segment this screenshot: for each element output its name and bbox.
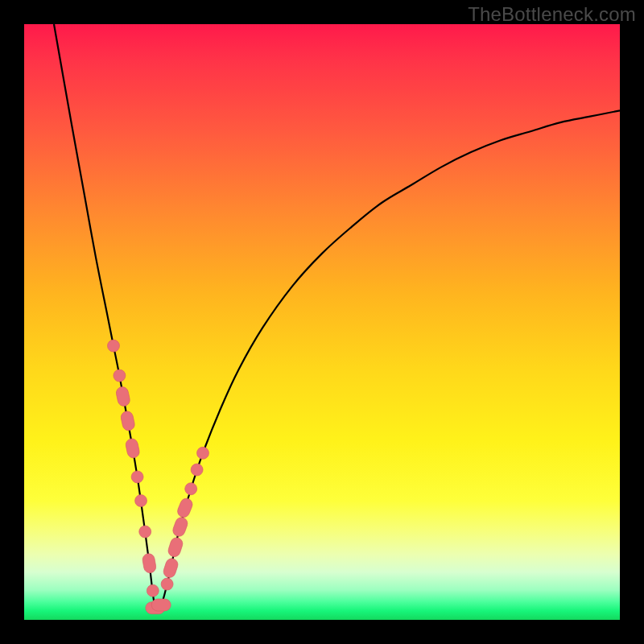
- marker-dot: [191, 464, 203, 476]
- chart-svg: [24, 24, 620, 620]
- marker-dot: [139, 526, 151, 538]
- marker-pill: [167, 536, 184, 558]
- marker-pill: [175, 497, 194, 519]
- marker-pill: [142, 553, 157, 574]
- data-markers: [108, 340, 209, 614]
- watermark-text: TheBottleneck.com: [468, 3, 636, 26]
- marker-pill: [115, 386, 131, 407]
- marker-dot: [185, 483, 197, 495]
- marker-dot: [131, 471, 143, 483]
- plot-area: [24, 24, 620, 620]
- marker-pill: [171, 516, 189, 539]
- marker-dot: [108, 340, 120, 352]
- marker-dot: [114, 369, 126, 382]
- marker-dot: [197, 447, 209, 459]
- marker-pill: [125, 438, 141, 460]
- marker-dot: [161, 578, 173, 590]
- marker-pill: [151, 599, 171, 611]
- marker-pill: [120, 411, 136, 432]
- marker-dot: [147, 584, 159, 597]
- bottleneck-curve: [54, 24, 620, 612]
- marker-dot: [135, 495, 147, 507]
- marker-pill: [162, 557, 180, 579]
- chart-frame: TheBottleneck.com: [0, 0, 644, 644]
